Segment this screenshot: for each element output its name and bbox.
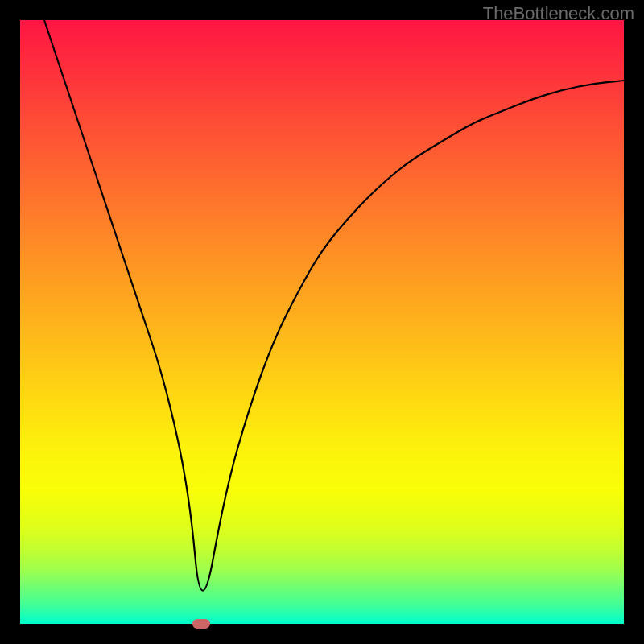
- curve-svg: [20, 20, 624, 624]
- plot-area: [20, 20, 624, 624]
- bottleneck-curve: [44, 20, 624, 591]
- chart-frame: TheBottleneck.com: [0, 0, 644, 644]
- watermark-text: TheBottleneck.com: [483, 3, 634, 24]
- valley-marker: [192, 619, 210, 629]
